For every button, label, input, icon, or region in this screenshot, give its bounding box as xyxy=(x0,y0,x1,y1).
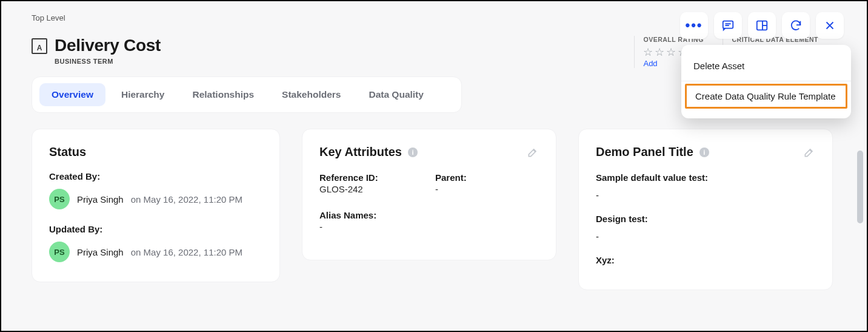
parent-value: - xyxy=(435,184,539,194)
asset-subtype: BUSINESS TERM xyxy=(55,58,161,65)
created-by-name: Priya Singh xyxy=(77,194,124,205)
reference-id-label: Reference ID: xyxy=(319,172,423,183)
panels-icon xyxy=(755,19,769,32)
created-by-label: Created By: xyxy=(49,171,262,181)
demo-field-value: - xyxy=(596,190,815,200)
updated-by-label: Updated By: xyxy=(49,224,262,234)
demo-field-label: Design test: xyxy=(596,214,815,224)
refresh-icon xyxy=(789,19,803,32)
star-icon[interactable]: ☆ xyxy=(666,47,676,58)
star-icon[interactable]: ☆ xyxy=(655,47,664,58)
toolbar: ••• xyxy=(680,12,844,39)
tab-data-quality[interactable]: Data Quality xyxy=(356,83,435,106)
parent-label: Parent: xyxy=(435,172,539,183)
updated-by-date: on May 16, 2022, 11:20 PM xyxy=(131,247,242,257)
edit-key-attributes-button[interactable] xyxy=(527,146,539,158)
updated-by-row: PS Priya Singh on May 16, 2022, 11:20 PM xyxy=(49,242,262,262)
avatar: PS xyxy=(49,242,70,262)
demo-field-label: Xyz: xyxy=(596,255,815,265)
info-icon[interactable]: i xyxy=(699,147,709,157)
page-title: Delivery Cost xyxy=(55,36,161,55)
comments-button[interactable] xyxy=(714,12,742,39)
status-panel: Status Created By: PS Priya Singh on May… xyxy=(32,129,280,282)
alias-names-label: Alias Names: xyxy=(319,210,539,220)
info-icon[interactable]: i xyxy=(408,147,418,157)
layout-button[interactable] xyxy=(748,12,776,39)
menu-item-delete-asset[interactable]: Delete Asset xyxy=(681,53,851,78)
close-icon xyxy=(823,19,836,32)
title-block: A Delivery Cost BUSINESS TERM xyxy=(32,36,623,65)
created-by-row: PS Priya Singh on May 16, 2022, 11:20 PM xyxy=(49,189,262,209)
more-menu-dropdown: Delete Asset Create Data Quality Rule Te… xyxy=(681,45,851,118)
tabs: Overview Hierarchy Relationships Stakeho… xyxy=(32,76,462,113)
asset-type-icon: A xyxy=(32,38,47,54)
key-attributes-title: Key Attributes i xyxy=(319,145,418,159)
updated-by-name: Priya Singh xyxy=(77,247,124,257)
status-title: Status xyxy=(49,145,262,159)
created-by-date: on May 16, 2022, 11:20 PM xyxy=(131,194,242,205)
demo-panel: Demo Panel Title i Sample default value … xyxy=(578,129,833,290)
tab-stakeholders[interactable]: Stakeholders xyxy=(270,83,353,106)
key-attributes-panel: Key Attributes i Reference ID: GLOS-242 … xyxy=(302,129,556,260)
close-button[interactable] xyxy=(816,12,844,39)
refresh-button[interactable] xyxy=(782,12,810,39)
tab-relationships[interactable]: Relationships xyxy=(180,83,266,106)
star-icon[interactable]: ☆ xyxy=(643,47,653,58)
pencil-icon xyxy=(803,146,815,158)
edit-demo-panel-button[interactable] xyxy=(803,146,815,158)
menu-divider xyxy=(681,81,851,81)
svg-rect-0 xyxy=(723,21,733,29)
tab-overview[interactable]: Overview xyxy=(39,83,105,106)
more-menu-button[interactable]: ••• xyxy=(680,12,708,39)
demo-field-value: - xyxy=(596,231,815,242)
alias-names-value: - xyxy=(319,222,539,232)
demo-field-label: Sample default value test: xyxy=(596,172,815,183)
scrollbar-thumb[interactable] xyxy=(857,151,863,223)
tab-hierarchy[interactable]: Hierarchy xyxy=(109,83,177,106)
avatar: PS xyxy=(49,189,70,209)
chat-icon xyxy=(721,19,735,32)
pencil-icon xyxy=(527,146,539,158)
reference-id-value: GLOS-242 xyxy=(319,184,423,194)
demo-panel-title: Demo Panel Title i xyxy=(596,145,709,159)
menu-item-create-rule-template[interactable]: Create Data Quality Rule Template xyxy=(685,84,847,109)
